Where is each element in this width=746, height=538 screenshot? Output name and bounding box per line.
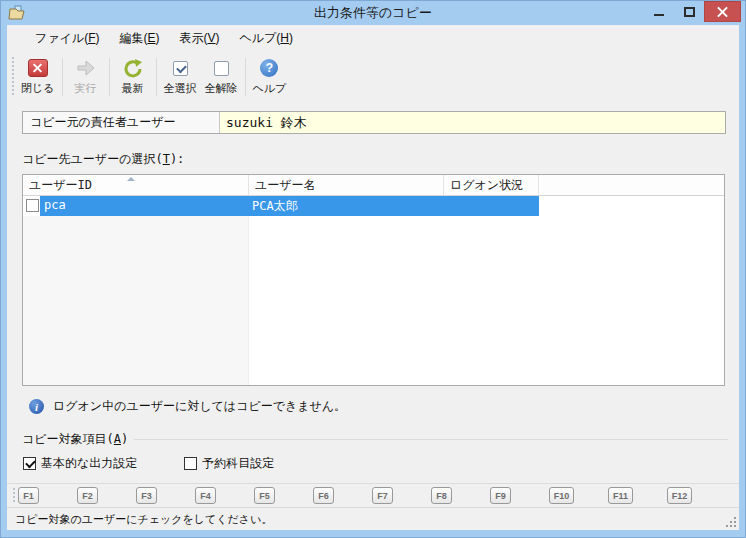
checkbox-checked-icon[interactable] xyxy=(23,457,36,470)
info-message-row: i ログオン中のユーザーに対してはコピーできません。 xyxy=(22,398,730,415)
menu-view[interactable]: 表示(V) xyxy=(169,25,229,52)
toolbar-select-all-button[interactable]: 全選択 xyxy=(160,55,201,99)
toolbar-help-button[interactable]: ? ヘルプ xyxy=(249,55,291,99)
fkey-f10[interactable]: F10 xyxy=(549,487,574,504)
source-user-value[interactable]: suzuki 鈴木 xyxy=(220,112,725,133)
toolbar-separator xyxy=(109,58,110,96)
target-select-label: コピー先ユーザーの選択(T): xyxy=(22,151,730,168)
refresh-icon xyxy=(122,57,144,79)
checkbox-empty-icon[interactable] xyxy=(184,457,197,470)
toolbar: 閉じる 実行 最新 xyxy=(7,52,739,102)
group-divider xyxy=(134,439,728,440)
run-arrow-icon xyxy=(75,57,97,79)
toolbar-separator xyxy=(62,58,63,96)
fkeybar-grip[interactable] xyxy=(12,488,16,504)
menu-file[interactable]: ファイル(F) xyxy=(25,25,109,52)
close-x-icon xyxy=(28,59,48,77)
main-panel: コピー元の責任者ユーザー suzuki 鈴木 コピー先ユーザーの選択(T): ユ… xyxy=(7,102,739,483)
fkey-f4[interactable]: F4 xyxy=(195,487,216,504)
fkey-f7[interactable]: F7 xyxy=(372,487,393,504)
maximize-icon xyxy=(684,7,695,17)
toolbar-deselect-all-button[interactable]: 全解除 xyxy=(201,55,242,99)
table-header: ユーザーID ユーザー名 ログオン状況 xyxy=(23,175,724,196)
source-user-label: コピー元の責任者ユーザー xyxy=(23,112,220,133)
fkey-f11[interactable]: F11 xyxy=(608,487,633,504)
sort-ascending-icon xyxy=(127,177,135,181)
option-basic-output-settings[interactable]: 基本的な出力設定 xyxy=(22,455,137,472)
fkey-f9[interactable]: F9 xyxy=(490,487,511,504)
menu-edit[interactable]: 編集(E) xyxy=(109,25,169,52)
resize-grip-icon[interactable] xyxy=(726,517,736,527)
table-empty-area xyxy=(23,216,724,385)
row-checkbox[interactable] xyxy=(26,199,39,212)
titlebar: 出力条件等のコピー xyxy=(1,1,745,25)
maximize-button[interactable] xyxy=(674,1,704,22)
toolbar-grip[interactable] xyxy=(11,57,15,97)
toolbar-run-button[interactable]: 実行 xyxy=(66,55,106,99)
minimize-icon xyxy=(654,14,664,16)
option-reserved-account-settings[interactable]: 予約科目設定 xyxy=(183,455,274,472)
checkbox-empty-icon xyxy=(214,61,229,76)
function-key-bar: F1 F2 F3 F4 F5 F6 F7 F8 F9 F10 F11 F12 xyxy=(7,483,739,507)
copy-items-label: コピー対象項目(A) xyxy=(22,431,128,448)
status-bar: コピー対象のユーザーにチェックをしてください。 xyxy=(7,507,739,530)
toolbar-separator xyxy=(156,58,157,96)
help-icon: ? xyxy=(260,59,278,77)
cell-user-name: PCA太郎 xyxy=(252,198,298,215)
fkey-f8[interactable]: F8 xyxy=(431,487,452,504)
fkey-f6[interactable]: F6 xyxy=(313,487,334,504)
column-header-user-name[interactable]: ユーザー名 xyxy=(249,175,444,195)
toolbar-separator xyxy=(245,58,246,96)
fkey-f5[interactable]: F5 xyxy=(254,487,275,504)
info-message: ログオン中のユーザーに対してはコピーできません。 xyxy=(53,398,346,415)
status-message: コピー対象のユーザーにチェックをしてください。 xyxy=(15,512,272,527)
close-button[interactable] xyxy=(704,1,741,22)
fkey-f12[interactable]: F12 xyxy=(667,487,692,504)
minimize-button[interactable] xyxy=(644,1,674,22)
user-table: ユーザーID ユーザー名 ログオン状況 pca PCA太郎 xyxy=(22,174,725,386)
cell-user-id: pca xyxy=(44,198,66,212)
copy-items-options: 基本的な出力設定 予約科目設定 xyxy=(22,455,730,472)
toolbar-close-button[interactable]: 閉じる xyxy=(17,55,59,99)
app-window: 出力条件等のコピー ファイル(F) 編集(E) 表示(V) ヘルプ(H) 閉じる xyxy=(0,0,746,538)
source-user-field: コピー元の責任者ユーザー suzuki 鈴木 xyxy=(22,111,726,134)
fkey-f1[interactable]: F1 xyxy=(18,487,39,504)
column-header-user-id[interactable]: ユーザーID xyxy=(23,175,249,195)
copy-items-group: コピー対象項目(A) xyxy=(22,431,730,448)
fkey-f3[interactable]: F3 xyxy=(136,487,157,504)
menubar: ファイル(F) 編集(E) 表示(V) ヘルプ(H) xyxy=(7,25,739,52)
table-row[interactable]: pca PCA太郎 xyxy=(23,196,724,216)
checkbox-checked-icon xyxy=(173,61,188,76)
menu-help[interactable]: ヘルプ(H) xyxy=(230,25,304,52)
window-title: 出力条件等のコピー xyxy=(1,1,745,25)
fkey-f2[interactable]: F2 xyxy=(77,487,98,504)
toolbar-refresh-button[interactable]: 最新 xyxy=(113,55,153,99)
info-icon: i xyxy=(29,399,44,414)
column-header-logon-status[interactable]: ログオン状況 xyxy=(444,175,539,195)
